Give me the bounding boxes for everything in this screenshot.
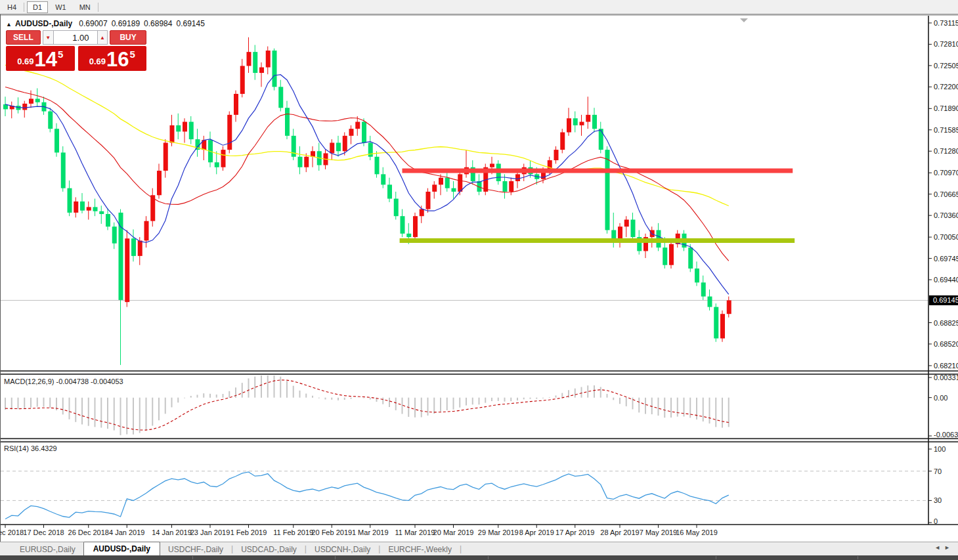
- sell-price-point: 5: [58, 49, 63, 60]
- volume-decrease-button[interactable]: ▼: [43, 30, 54, 45]
- date-axis-label: 17 Apr 2019: [555, 528, 594, 536]
- taskbar-edge-strip: [0, 555, 958, 560]
- tab-scroll-left-icon: ◄: [934, 544, 944, 551]
- timeframe-tab-h4[interactable]: H4: [1, 1, 22, 13]
- date-axis-label: 11 Mar 2019: [395, 528, 435, 536]
- volume-input[interactable]: [54, 30, 97, 45]
- tab-separator: |: [460, 544, 462, 555]
- macd-axis-label: 0.003319: [934, 374, 958, 381]
- buy-price-prefix: 0.69: [89, 56, 106, 66]
- date-axis-label: 1 Feb 2019: [230, 528, 267, 536]
- macd-axis-label: -0.006325: [934, 431, 958, 439]
- current-price-label: 0.69145: [933, 296, 958, 304]
- price-axis-label: 0.71280: [934, 147, 958, 155]
- price-axis-label: 0.70665: [934, 190, 958, 198]
- sell-button[interactable]: SELL: [6, 30, 41, 45]
- tab-scroll-arrows[interactable]: ◄►: [934, 544, 954, 551]
- date-axis-label: 26 Dec 2018: [68, 528, 109, 536]
- price-axis-label: 0.68825: [934, 319, 958, 327]
- timeframe-tab-d1[interactable]: D1: [27, 1, 48, 13]
- chart-tab-audusd[interactable]: AUDUSD-,Daily: [83, 542, 160, 555]
- tab-scroll-right-icon: ►: [944, 544, 954, 551]
- price-axis-label: 0.68520: [934, 340, 958, 348]
- toolbar-separator: [98, 3, 98, 12]
- timeframe-toolbar: H4 D1 W1 MN: [0, 0, 958, 14]
- collapse-panel-icon[interactable]: ▲: [6, 21, 12, 28]
- date-axis-label: 16 May 2019: [676, 528, 718, 536]
- resistance-line: [403, 169, 793, 173]
- price-axis-label: 0.69745: [934, 255, 958, 263]
- price-axis-label: 0.70050: [934, 233, 958, 241]
- volume-increase-button[interactable]: ▲: [97, 30, 108, 45]
- sell-price-pips: 14: [34, 51, 56, 69]
- date-axis-label: 29 Mar 2019: [478, 528, 519, 536]
- date-axis-label: 7 Dec 2018: [1, 528, 24, 536]
- trading-platform-window: H4 D1 W1 MN MACD(12,26,9) -0.004738 -0.0…: [0, 0, 958, 560]
- ohlc-open: 0.69007: [79, 19, 107, 28]
- date-axis-label: 4 Jan 2019: [109, 528, 144, 536]
- date-axis-label: 20 Feb 2019: [311, 528, 352, 536]
- price-axis-label: 0.71585: [934, 126, 958, 134]
- sell-price-prefix: 0.69: [17, 56, 33, 66]
- buy-price-button[interactable]: 0.69 16 5: [78, 46, 147, 71]
- price-axis-label: 0.72505: [934, 62, 958, 70]
- price-axis-label: 0.70360: [934, 211, 958, 219]
- date-axis-label: 11 Feb 2019: [273, 528, 313, 536]
- price-axis-label: 0.72200: [934, 83, 958, 91]
- toolbar-separator: [24, 3, 24, 12]
- chart-tab-eurchf[interactable]: EURCHF-,Weekly: [380, 543, 459, 555]
- timeframe-tab-w1[interactable]: W1: [49, 1, 72, 13]
- ohlc-close: 0.69145: [176, 19, 204, 28]
- candlestick-chart[interactable]: MACD(12,26,9) -0.004738 -0.0040530.00331…: [1, 14, 958, 542]
- support-line: [400, 238, 795, 243]
- chart-tab-usdcad[interactable]: USDCAD-,Daily: [233, 543, 305, 555]
- date-axis-label: 1 Mar 2019: [352, 528, 389, 536]
- date-axis-label: 7 May 2019: [640, 528, 677, 536]
- rsi-axis-label: 0: [934, 517, 938, 525]
- price-axis-label: 0.73115: [934, 19, 958, 27]
- price-axis-label: 0.71890: [934, 104, 958, 112]
- date-axis-label: 17 Dec 2018: [23, 528, 64, 536]
- chart-symbol-title: AUDUSD-,Daily: [15, 19, 72, 28]
- chart-tab-eurusd[interactable]: EURUSD-,Daily: [12, 543, 83, 555]
- macd-label: MACD(12,26,9) -0.004738 -0.004053: [4, 377, 123, 385]
- buy-button[interactable]: BUY: [110, 30, 146, 45]
- price-axis-label: 0.69440: [934, 276, 958, 284]
- ohlc-low: 0.68984: [144, 19, 172, 28]
- chart-window: MACD(12,26,9) -0.004738 -0.0040530.00331…: [0, 14, 958, 542]
- rsi-axis-label: 30: [934, 496, 942, 504]
- chart-tab-bar: EURUSD-,Daily AUDUSD-,Daily USDCHF-,Dail…: [0, 542, 958, 555]
- rsi-axis-label: 70: [934, 467, 942, 475]
- price-axis-label: 0.70970: [934, 169, 958, 177]
- date-axis-label: 23 Jan 2019: [190, 528, 230, 536]
- timeframe-tab-mn[interactable]: MN: [74, 1, 97, 13]
- macd-axis-label: 0.00: [934, 394, 947, 402]
- rsi-label: RSI(14) 36.4329: [4, 444, 57, 452]
- chart-tab-usdcnh[interactable]: USDCNH-,Daily: [307, 543, 378, 555]
- one-click-trading-panel: SELL ▼ ▲ BUY 0.69 14 5 0.69 16 5: [6, 30, 146, 71]
- chart-header: ▲AUDUSD-,Daily0.690070.691890.689840.691…: [6, 19, 209, 28]
- ohlc-high: 0.69189: [112, 19, 140, 28]
- sell-price-button[interactable]: 0.69 14 5: [6, 46, 75, 71]
- date-axis-label: 8 Apr 2019: [519, 528, 554, 536]
- chart-tab-usdchf[interactable]: USDCHF-,Daily: [160, 543, 231, 555]
- price-axis-label: 0.68210: [934, 362, 958, 370]
- buy-price-pips: 16: [106, 51, 129, 69]
- date-axis-label: 28 Apr 2019: [600, 528, 639, 536]
- buy-price-point: 5: [129, 49, 135, 60]
- date-axis-label: 14 Jan 2019: [152, 528, 192, 536]
- price-axis-label: 0.72810: [934, 40, 958, 48]
- date-axis-label: 20 Mar 2019: [433, 528, 474, 536]
- rsi-axis-label: 100: [934, 445, 946, 453]
